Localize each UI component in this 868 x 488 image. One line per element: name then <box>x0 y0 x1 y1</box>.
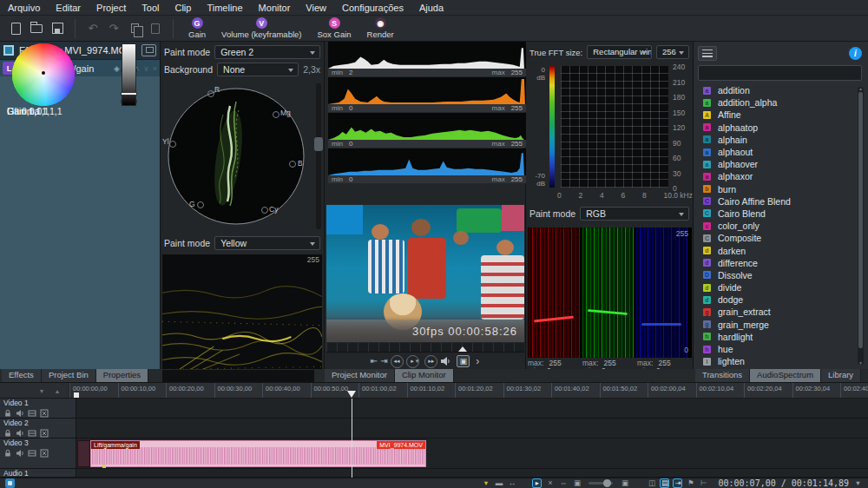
transition-item[interactable]: a alphaxor <box>698 170 856 182</box>
dock-tab[interactable]: Library <box>821 369 861 382</box>
effects-off-icon[interactable] <box>40 429 49 438</box>
transition-item[interactable]: C Composite <box>698 232 856 244</box>
save-button[interactable] <box>49 20 66 37</box>
vectorscope-zoom-slider[interactable] <box>316 83 321 229</box>
edit-mode-toggle-icon[interactable]: ◫ <box>647 478 656 488</box>
monitor-zoombar[interactable] <box>326 343 524 353</box>
toolbar-effect-button[interactable]: V Volume (keyframable) <box>221 17 301 39</box>
transitions-scrollbar[interactable]: ▲ ▼ <box>858 87 864 365</box>
timeline-clip-head[interactable] <box>77 440 90 467</box>
track-header[interactable]: Audio 1 <box>0 469 76 477</box>
timeline-tool-button[interactable]: ▸ <box>532 478 542 488</box>
dock-tab[interactable]: AudioSpectrum <box>750 369 821 382</box>
timeline-view-toggle-icon[interactable]: ↔ <box>507 478 516 488</box>
transition-item[interactable]: g grain_extract <box>698 306 856 318</box>
menu-item[interactable]: Arquivo <box>0 2 48 14</box>
dock-tab[interactable]: Project Bin <box>42 369 96 382</box>
dock-tab[interactable]: Properties <box>96 369 148 382</box>
hide-track-icon[interactable] <box>28 429 36 438</box>
dock-tab[interactable]: Transitions <box>695 369 750 382</box>
transition-item[interactable]: h hardlight <box>698 331 856 343</box>
info-icon[interactable]: i <box>849 47 862 60</box>
transition-item[interactable]: a alphaover <box>698 158 856 170</box>
track-header[interactable]: Video 3 <box>0 439 76 468</box>
transition-item[interactable]: a alphain <box>698 134 856 146</box>
menu-item[interactable]: Ajuda <box>411 2 451 14</box>
playhead-line[interactable] <box>352 399 352 478</box>
waveform-paint-mode-select[interactable]: Yellow <box>214 236 320 250</box>
timeline-ruler[interactable]: 00:00:00,0000:00:10,0000:00:20,0000:00:3… <box>0 383 868 399</box>
effects-off-icon[interactable] <box>40 409 49 418</box>
timeline-tool-button[interactable]: × <box>545 478 555 488</box>
clip-monitor-video[interactable]: 30fps 00:00:58:26 <box>326 205 524 342</box>
transport-button[interactable]: ▸▸ <box>424 355 437 368</box>
transport-button[interactable]: ⇥ <box>380 357 387 366</box>
play-menu-caret-icon[interactable]: ▾ <box>416 358 419 365</box>
transition-item[interactable]: d difference <box>698 257 856 269</box>
transition-item[interactable]: g grain_merge <box>698 319 856 331</box>
transition-item[interactable]: D Dissolve <box>698 269 856 281</box>
menu-item[interactable]: Clip <box>167 2 199 14</box>
monitor-tab[interactable]: Clip Monitor <box>395 369 454 382</box>
transport-button[interactable]: ⇤ <box>371 357 378 366</box>
monitor-more-button[interactable]: › <box>476 357 479 366</box>
panel-menu-button[interactable] <box>698 46 717 61</box>
zoombar-position-marker[interactable] <box>458 346 467 352</box>
scroll-down-icon[interactable]: ▼ <box>858 360 864 366</box>
ruler-option-icon[interactable]: ▴ <box>56 387 59 395</box>
transition-item[interactable]: C Cairo Blend <box>698 208 856 220</box>
edit-mode-toggle-icon[interactable]: ⇥ <box>673 478 682 488</box>
transition-item[interactable]: d divide <box>698 281 856 293</box>
timeline-zone-marker[interactable] <box>74 392 79 398</box>
timeline-track[interactable]: Audio 1 <box>0 469 868 478</box>
monitor-tab[interactable]: Project Monitor <box>325 369 395 382</box>
mute-track-icon[interactable] <box>16 409 24 418</box>
toolbar-effect-button[interactable]: ◉ Render <box>367 17 394 39</box>
hide-track-icon[interactable] <box>28 409 36 418</box>
timeline-zoom-slider[interactable] <box>589 482 613 485</box>
transition-item[interactable]: C Cairo Affine Blend <box>698 195 856 208</box>
transition-item[interactable]: l lighten <box>698 355 856 367</box>
transition-item[interactable]: h hue <box>698 343 856 355</box>
timeline-clip[interactable]: Lift/gamma/gain MVI_9974.MOV <box>90 440 426 467</box>
menu-item[interactable]: View <box>298 2 334 14</box>
lock-track-icon[interactable] <box>3 429 12 438</box>
mute-track-icon[interactable] <box>16 429 24 438</box>
transition-item[interactable]: a addition <box>698 84 856 96</box>
mute-monitor-icon[interactable] <box>440 356 450 366</box>
track-header[interactable]: Video 2 <box>0 419 76 438</box>
hide-track-icon[interactable] <box>28 449 36 458</box>
zoom-slider-handle[interactable] <box>314 137 323 151</box>
timeline-view-toggle-icon[interactable]: ▬ <box>494 478 503 488</box>
fft-size-select[interactable]: 256 <box>656 45 689 59</box>
menu-item[interactable]: Configurações <box>334 2 411 14</box>
timeline-track[interactable]: Video 1 <box>0 399 868 419</box>
fft-window-select[interactable]: Rectangular window <box>587 45 652 59</box>
parade-paint-mode-select[interactable]: RGB <box>580 207 689 221</box>
edit-mode-toggle-icon[interactable]: ⚑ <box>686 478 695 488</box>
timeline-tool-button[interactable]: ⇔ <box>558 478 568 488</box>
menu-item[interactable]: Tool <box>134 2 167 14</box>
vectorscope-background-select[interactable]: None <box>217 63 299 76</box>
edit-mode-toggle-icon[interactable]: ▤ <box>660 478 669 488</box>
paste-icon[interactable] <box>147 20 164 37</box>
dock-tab[interactable]: Effects <box>2 369 42 382</box>
slider-handle[interactable] <box>121 92 137 96</box>
timecode-chevron-icon[interactable]: ▾ <box>853 478 863 488</box>
undo-icon[interactable]: ↶ <box>84 20 102 37</box>
menu-item[interactable]: Timeline <box>199 2 250 14</box>
menu-item[interactable]: Editar <box>48 2 89 14</box>
transition-item[interactable]: d dodge <box>698 293 856 306</box>
clip-marker-icon[interactable] <box>102 465 106 468</box>
transition-item[interactable]: a addition_alpha <box>698 96 856 109</box>
zoom-fit-icon[interactable]: ▣ <box>620 478 629 488</box>
menu-item[interactable]: Monitor <box>251 2 299 14</box>
transition-item[interactable]: a alphaout <box>698 146 856 158</box>
luminance-slider[interactable] <box>122 43 136 106</box>
toolbar-effect-button[interactable]: S Sox Gain <box>317 17 351 39</box>
effects-off-icon[interactable] <box>40 449 49 458</box>
mute-track-icon[interactable] <box>16 449 24 458</box>
color-wheel[interactable] <box>12 43 75 106</box>
vectorscope-paint-mode-select[interactable]: Green 2 <box>214 45 320 59</box>
scrollbar-handle[interactable] <box>858 92 863 348</box>
